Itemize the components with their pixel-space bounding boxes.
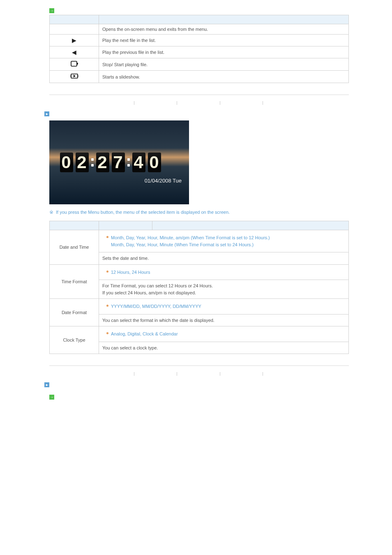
desc-cell: Opens the on-screen menu and exits from …: [99, 24, 349, 35]
col-button: [50, 15, 99, 24]
desc-text: You can select a clock type.: [99, 342, 348, 354]
desc-cell: Play the previous file in the list.: [99, 46, 349, 58]
col-sub: [99, 221, 152, 230]
svg-marker-2: [74, 75, 76, 77]
bullet-icon: [106, 332, 108, 334]
button-menu-icon: [50, 24, 99, 35]
bullet-icon: [106, 305, 108, 307]
table-row: Time Format 12 Hours, 24 Hours For Time …: [50, 264, 349, 299]
bullet-icon: [106, 236, 108, 238]
table-row: Clock Type Analog, Digital, Clock & Cale…: [50, 326, 349, 354]
table-row: Starts a slideshow.: [50, 71, 349, 83]
sub-menu-item: Month, Day, Year, Hour, Minute, am/pm (W…: [106, 234, 345, 248]
slideshow-icon: [50, 71, 99, 83]
desc-combined: YYYY/MM/DD, MM/DD/YYYY, DD/MM/YYYY You c…: [99, 299, 349, 326]
sub-menu-text: YYYY/MM/DD, MM/DD/YYYY, DD/MM/YYYY: [111, 303, 201, 310]
clock-digit: 2: [96, 153, 109, 172]
menu-label: Date Format: [50, 299, 99, 326]
desc-combined: Month, Day, Year, Hour, Minute, am/pm (W…: [99, 230, 349, 265]
table-row: Date Format YYYY/MM/DD, MM/DD/YYYY, DD/M…: [50, 299, 349, 326]
clock-colon: [91, 158, 94, 166]
bottom-sub-header: →: [49, 395, 392, 400]
arrow-icon: ▸: [44, 111, 49, 116]
menu-label: Time Format: [50, 264, 99, 299]
table-row: ▶ Play the next file in the list.: [50, 35, 349, 46]
clock-date: 01/04/2008 Tue: [145, 178, 182, 184]
bottom-section-title: ▸: [44, 382, 392, 387]
menu-label: Clock Type: [50, 326, 99, 354]
desc-cell: Stop/ Start playing file.: [99, 58, 349, 71]
rotate-icon: [50, 58, 99, 71]
clock-preview-image: 0 2 2 7 4 0 01/04/2008 Tue: [49, 120, 189, 204]
play-next-icon: ▶: [50, 35, 99, 46]
table-header-row: [50, 221, 349, 230]
table-row: Stop/ Start playing file.: [50, 58, 349, 71]
col-menu: [50, 221, 99, 230]
section-divider: [49, 365, 349, 366]
note-text: If you press the Menu button, the menu o…: [56, 210, 230, 215]
sub-menu-text: Month, Day, Year, Hour, Minute, am/pm (W…: [111, 234, 270, 248]
desc-cell: Starts a slideshow.: [99, 71, 349, 83]
clock-section-title: ▸: [44, 111, 392, 116]
clock-digit: 7: [112, 153, 125, 172]
clock-digit: 0: [60, 153, 73, 172]
sub-menu-item: 12 Hours, 24 Hours: [106, 269, 345, 276]
arrow-icon: →: [49, 8, 54, 13]
desc-combined: Analog, Digital, Clock & Calendar You ca…: [99, 326, 349, 354]
sub-menu-text: Analog, Digital, Clock & Calendar: [111, 331, 178, 338]
desc-text: You can select the format in which the d…: [99, 314, 348, 326]
clock-digit: 2: [76, 153, 89, 172]
menu-label: Date and Time: [50, 230, 99, 265]
clock-digit: 0: [148, 153, 161, 172]
svg-rect-0: [71, 61, 77, 66]
play-prev-icon: ◀: [50, 46, 99, 58]
direct-functions-header: →: [49, 8, 349, 13]
table-header-row: [50, 15, 349, 24]
section-divider: [49, 95, 349, 95]
sub-menu-item: Analog, Digital, Clock & Calendar: [106, 331, 345, 338]
col-description: [99, 15, 349, 24]
table-row: Date and Time Month, Day, Year, Hour, Mi…: [50, 230, 349, 265]
table-row: Opens the on-screen menu and exits from …: [50, 24, 349, 35]
arrow-icon: ▸: [44, 382, 49, 387]
col-desc: [152, 221, 349, 230]
clock-digit: 4: [132, 153, 145, 172]
bullet-icon: [106, 271, 108, 273]
table-row: ◀ Play the previous file in the list.: [50, 46, 349, 58]
nav-row: [49, 371, 349, 379]
arrow-icon: →: [49, 395, 54, 400]
note-line: ※ If you press the Menu button, the menu…: [49, 209, 349, 215]
desc-text: For Time Format, you can select 12 Hours…: [99, 280, 348, 298]
direct-functions-table: Opens the on-screen menu and exits from …: [49, 15, 349, 83]
desc-combined: 12 Hours, 24 Hours For Time Format, you …: [99, 264, 349, 299]
clock-settings-table: Date and Time Month, Day, Year, Hour, Mi…: [49, 221, 349, 354]
sub-menu-text: 12 Hours, 24 Hours: [111, 269, 150, 276]
note-icon: ※: [49, 209, 53, 215]
clock-colon: [127, 158, 130, 166]
desc-cell: Play the next file in the list.: [99, 35, 349, 46]
sub-menu-item: YYYY/MM/DD, MM/DD/YYYY, DD/MM/YYYY: [106, 303, 345, 310]
desc-text: Sets the date and time.: [99, 252, 348, 264]
nav-row: [49, 100, 349, 108]
